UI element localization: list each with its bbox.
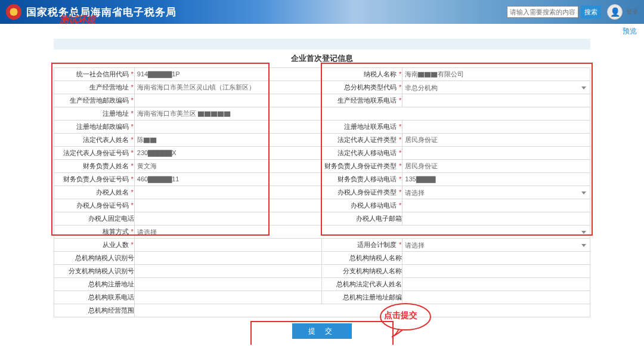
- form-row: 总机构纳税人识别号总机构纳税人名称: [54, 252, 590, 265]
- text-input[interactable]: [135, 160, 322, 172]
- text-input[interactable]: [135, 200, 322, 212]
- header-right: 搜索 👤 登录: [507, 4, 638, 20]
- form-band: [54, 39, 590, 50]
- field-value: [134, 107, 590, 121]
- form-grid: 统一社会信用代码 *纳税人名称 *生产经营地址 *总分机构类型代码 *非总分机构…: [54, 67, 590, 317]
- app-header: 国家税务总局海南省电子税务局 测试环境 搜索 👤 登录: [0, 0, 644, 24]
- text-input[interactable]: [135, 147, 322, 159]
- field-label: 总机构纳税人识别号: [54, 252, 135, 265]
- field-value: [134, 291, 322, 304]
- form-row: 生产经营地邮政编码 *生产经营地联系电话 *: [54, 94, 590, 107]
- submit-button[interactable]: 提 交: [292, 323, 352, 339]
- search-input[interactable]: [507, 6, 578, 18]
- text-input[interactable]: [402, 252, 590, 264]
- text-input[interactable]: [135, 82, 322, 94]
- field-value: [134, 212, 322, 225]
- field-value: [134, 134, 322, 147]
- field-value: 请选择: [134, 225, 590, 239]
- field-label: 总机构注册地址邮编: [322, 291, 402, 304]
- test-env-label: 测试环境: [60, 14, 95, 26]
- field-value: [402, 212, 590, 225]
- field-value: 请选择: [402, 186, 590, 199]
- field-value: [134, 81, 322, 94]
- text-input[interactable]: [135, 174, 322, 186]
- field-label: 财务负责人移动电话 *: [322, 173, 402, 186]
- text-input[interactable]: [402, 134, 590, 146]
- text-input[interactable]: [135, 305, 590, 317]
- preview-link[interactable]: 预览: [623, 27, 637, 35]
- field-label: 财务负责人姓名 *: [54, 160, 135, 173]
- field-value: [134, 304, 590, 317]
- field-value: [402, 199, 590, 212]
- form-row: 统一社会信用代码 *纳税人名称 *: [54, 68, 590, 81]
- form-row: 总机构联系电话总机构注册地址邮编: [54, 291, 590, 304]
- field-label: 法定代表人姓名 *: [54, 134, 135, 147]
- text-input[interactable]: [402, 174, 590, 186]
- field-value: [402, 147, 590, 160]
- text-input[interactable]: [402, 95, 590, 107]
- field-label: 总机构法定代表人姓名: [322, 278, 402, 291]
- field-value: [402, 291, 590, 304]
- text-input[interactable]: [135, 134, 322, 146]
- text-input[interactable]: [135, 239, 322, 251]
- field-value: 请选择: [402, 239, 590, 252]
- field-value: [402, 160, 590, 173]
- field-label: 总机构注册地址: [54, 278, 135, 291]
- text-input[interactable]: [402, 69, 590, 81]
- text-input[interactable]: [135, 121, 322, 133]
- select-input[interactable]: 请选择: [402, 239, 590, 251]
- text-input[interactable]: [402, 160, 590, 172]
- text-input[interactable]: [135, 292, 322, 304]
- form-row: 总机构经营范围: [54, 304, 590, 317]
- field-label: 法定代表人移动电话 *: [322, 147, 402, 160]
- text-input[interactable]: [402, 292, 590, 304]
- field-value: [134, 278, 322, 291]
- text-input[interactable]: [135, 213, 322, 225]
- text-input[interactable]: [402, 213, 590, 225]
- login-link[interactable]: 登录: [626, 8, 638, 16]
- field-value: [402, 134, 590, 147]
- user-icon[interactable]: 👤: [607, 4, 623, 20]
- select-input[interactable]: 请选择: [402, 187, 590, 199]
- text-input[interactable]: [135, 265, 322, 277]
- form-row: 财务负责人姓名 *财务负责人身份证件类型 *: [54, 160, 590, 173]
- text-input[interactable]: [135, 187, 322, 199]
- text-input[interactable]: [135, 252, 322, 264]
- field-value: [402, 173, 590, 186]
- field-label: 法定代表人身份证号码 *: [54, 147, 135, 160]
- select-input[interactable]: 非总分机构: [402, 82, 590, 94]
- field-label: 财务负责人身份证号码 *: [54, 173, 135, 186]
- form-row: 办税人固定电话办税人电子邮箱: [54, 212, 590, 225]
- text-input[interactable]: [402, 279, 590, 291]
- text-input[interactable]: [402, 200, 590, 212]
- text-input[interactable]: [402, 121, 590, 133]
- field-value: [134, 265, 322, 278]
- text-input[interactable]: [135, 279, 322, 291]
- chevron-down-icon: [581, 86, 586, 89]
- field-label: 办税人姓名 *: [54, 186, 135, 199]
- text-input[interactable]: [135, 69, 322, 81]
- field-label: 办税人固定电话: [54, 212, 135, 225]
- field-label: 总机构联系电话: [54, 291, 135, 304]
- field-label: 总分机构类型代码 *: [322, 81, 402, 94]
- field-value: [134, 160, 322, 173]
- field-value: [134, 252, 322, 265]
- field-label: 分支机构纳税人识别号: [54, 265, 135, 278]
- field-label: 生产经营地邮政编码 *: [54, 94, 135, 107]
- field-label: 办税人身份证号码 *: [54, 199, 135, 212]
- form-row: 办税人姓名 *办税人身份证件类型 *请选择: [54, 186, 590, 199]
- form-row: 分支机构纳税人识别号分支机构纳税人名称: [54, 265, 590, 278]
- text-input[interactable]: [135, 95, 322, 107]
- search-button[interactable]: 搜索: [581, 5, 601, 18]
- text-input[interactable]: [135, 108, 590, 120]
- field-label: 总机构纳税人名称: [322, 252, 402, 265]
- field-value: [134, 121, 322, 134]
- field-value: [134, 239, 322, 252]
- select-input[interactable]: 请选择: [135, 226, 590, 238]
- form-row: 生产经营地址 *总分机构类型代码 *非总分机构: [54, 81, 590, 94]
- field-label: 统一社会信用代码 *: [54, 68, 135, 81]
- field-label: 总机构经营范围: [54, 304, 135, 317]
- field-label: 核算方式 *: [54, 225, 135, 239]
- text-input[interactable]: [402, 265, 590, 277]
- text-input[interactable]: [402, 147, 590, 159]
